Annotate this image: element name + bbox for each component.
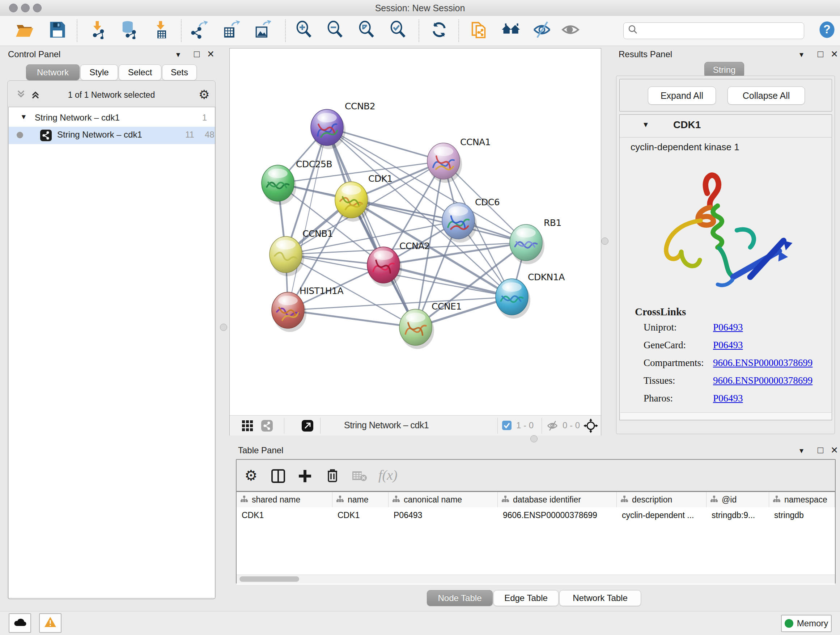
- network-node[interactable]: [399, 309, 434, 349]
- hide-selected-button[interactable]: [532, 21, 552, 41]
- network-node[interactable]: [442, 203, 477, 242]
- gene-collapse-icon[interactable]: ▼: [642, 120, 649, 129]
- birdseye-grid-icon[interactable]: [241, 420, 254, 434]
- zoom-selected-button[interactable]: [388, 21, 408, 41]
- create-column-plus-icon[interactable]: [297, 469, 313, 486]
- tab-edge-table[interactable]: Edge Table: [493, 590, 559, 606]
- tab-node-table[interactable]: Node Table: [427, 590, 493, 606]
- column-header-label: database identifier: [513, 495, 581, 505]
- import-network-database-button[interactable]: [118, 21, 139, 41]
- crosslink-value-link[interactable]: P06493: [713, 322, 743, 333]
- table-panel-close-icon[interactable]: ✕: [831, 445, 838, 455]
- gene-symbol: CDK1: [673, 119, 701, 131]
- network-canvas[interactable]: CCNB2CCNA1CDC25BCDK1CDC6RB1CCNB1CCNA2CDK…: [230, 49, 601, 415]
- open-session-button[interactable]: [14, 21, 35, 41]
- show-all-button[interactable]: [561, 21, 581, 41]
- right-splitter-handle[interactable]: [601, 238, 608, 245]
- results-horizontal-scrollbar[interactable]: [621, 412, 831, 419]
- apply-layout-button[interactable]: [429, 21, 449, 41]
- column-header-database-identifier[interactable]: database identifier: [498, 492, 617, 507]
- tab-select[interactable]: Select: [118, 65, 161, 80]
- network-node[interactable]: [262, 165, 296, 205]
- crosslink-label: Tissues:: [644, 375, 713, 386]
- crosslink-value-link[interactable]: 9606.ENSP00000378699: [713, 357, 813, 369]
- table-horizontal-scrollbar[interactable]: [237, 575, 835, 584]
- import-network-file-button[interactable]: [88, 21, 108, 41]
- collection-expand-icon[interactable]: ▼: [20, 113, 27, 121]
- open-in-window-icon[interactable]: [302, 420, 314, 434]
- network-node[interactable]: [311, 109, 346, 149]
- crosslink-value-link[interactable]: P06493: [713, 393, 743, 404]
- column-header-description[interactable]: description: [617, 492, 706, 507]
- toolbar-separator: [284, 418, 284, 434]
- help-button[interactable]: ?: [817, 21, 837, 41]
- network-node[interactable]: [427, 143, 462, 183]
- column-header--id[interactable]: @id: [706, 492, 769, 507]
- save-session-button[interactable]: [47, 21, 67, 41]
- zoom-fit-button[interactable]: [356, 21, 377, 41]
- results-panel-float-icon[interactable]: ▾: [799, 50, 804, 59]
- network-node[interactable]: [272, 292, 306, 332]
- tab-network[interactable]: Network: [26, 65, 80, 80]
- column-header-canonical-name[interactable]: canonical name: [388, 492, 498, 507]
- control-panel-undock-icon[interactable]: □: [194, 49, 200, 60]
- export-image-button[interactable]: [252, 21, 272, 41]
- tab-style[interactable]: Style: [80, 65, 118, 80]
- control-panel-close-icon[interactable]: ✕: [207, 49, 215, 59]
- network-options-gear-icon[interactable]: ⚙: [199, 87, 210, 102]
- crosslink-label: Uniprot:: [644, 322, 713, 333]
- expand-all-button[interactable]: Expand All: [648, 87, 716, 105]
- memory-status-button[interactable]: Memory: [781, 615, 832, 632]
- scrollbar-thumb[interactable]: [240, 576, 299, 582]
- tab-sets[interactable]: Sets: [162, 65, 197, 80]
- table-cell: cyclin-dependent ...: [617, 507, 706, 523]
- table-options-gear-icon[interactable]: ⚙: [245, 467, 257, 484]
- export-table-button[interactable]: [220, 21, 240, 41]
- cloud-status-button[interactable]: [9, 613, 31, 633]
- tab-network-table[interactable]: Network Table: [559, 590, 641, 606]
- results-panel-close-icon[interactable]: ✕: [831, 49, 838, 59]
- network-collection-row[interactable]: ▼ String Network – cdk1 1: [9, 110, 215, 127]
- table-cell: P06493: [388, 507, 498, 523]
- network-share-icon[interactable]: [261, 420, 273, 434]
- crosslink-label: Compartments:: [644, 357, 713, 369]
- title-bar: Session: New Session: [0, 0, 840, 16]
- table-panel-undock-icon[interactable]: □: [818, 445, 823, 456]
- left-splitter-handle[interactable]: [220, 324, 227, 331]
- zoom-out-button[interactable]: [325, 21, 345, 41]
- show-columns-icon[interactable]: [271, 469, 286, 486]
- table-row[interactable]: CDK1CDK1P064939606.ENSP00000378699cyclin…: [237, 507, 835, 523]
- control-panel-float-icon[interactable]: ▾: [176, 50, 180, 59]
- table-toolbar: ⚙ f(x): [237, 460, 835, 491]
- crosslink-value-link[interactable]: P06493: [713, 340, 743, 351]
- search-input[interactable]: [623, 22, 804, 39]
- node-label: CDC25B: [296, 159, 332, 169]
- zoom-in-icon: [294, 20, 313, 41]
- table-panel-float-icon[interactable]: ▾: [799, 446, 804, 455]
- table-cell: stringdb: [769, 507, 835, 523]
- column-header-shared-name[interactable]: shared name: [237, 492, 332, 507]
- column-header-name[interactable]: name: [332, 492, 388, 507]
- home-view-button[interactable]: [500, 21, 521, 41]
- memory-label: Memory: [797, 618, 829, 629]
- warnings-button[interactable]: [39, 613, 62, 633]
- node-label: CCNB1: [302, 228, 333, 239]
- import-table-button[interactable]: [151, 21, 172, 41]
- fit-selected-crosshair-icon[interactable]: [584, 418, 598, 435]
- cloud-icon: [13, 616, 27, 630]
- results-panel-undock-icon[interactable]: □: [818, 49, 823, 60]
- network-node[interactable]: [367, 247, 402, 287]
- network-node[interactable]: [335, 182, 370, 222]
- crosslink-value-link[interactable]: 9606.ENSP00000378699: [713, 375, 813, 386]
- network-row-selected[interactable]: String Network – cdk1 11 48: [9, 127, 215, 144]
- network-list: ▼ String Network – cdk1 1 String Network…: [8, 107, 215, 599]
- window-title: Session: New Session: [0, 3, 840, 13]
- collapse-all-button[interactable]: Collapse All: [728, 87, 805, 105]
- zoom-in-button[interactable]: [294, 21, 314, 41]
- export-network-button[interactable]: [188, 21, 209, 41]
- string-import-button[interactable]: [469, 21, 489, 41]
- network-node[interactable]: [496, 279, 531, 318]
- delete-column-trash-icon[interactable]: [325, 468, 340, 485]
- network-node[interactable]: [510, 225, 545, 264]
- column-header-namespace[interactable]: namespace: [769, 492, 835, 507]
